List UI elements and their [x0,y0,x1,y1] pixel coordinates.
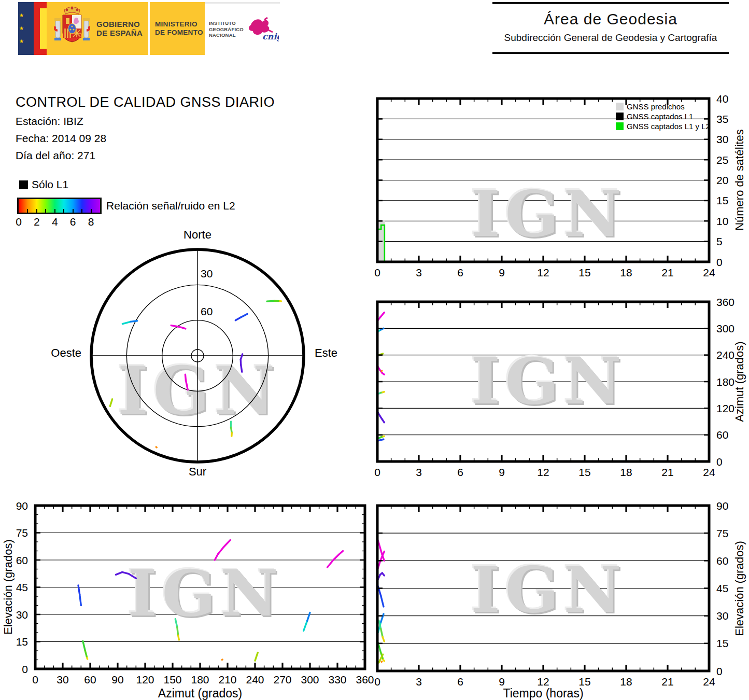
y-tick-label: 10 [716,215,728,227]
colorbar-tick [91,209,92,213]
y-tick-label: 90 [16,500,28,512]
x-tick-label: 15 [578,676,590,688]
area-subtitle: Subdirección General de Geodesia y Carto… [492,32,729,44]
instituto-label-line2: GEOGRÁFICO [209,26,244,33]
sat-violet-east [382,573,384,576]
y-tick-label: 45 [16,581,28,593]
sat-magenta-sw [187,386,188,390]
ign-watermark: IGN [471,176,626,251]
x-tick-label: 24 [703,267,715,278]
ign-watermark: IGN [471,344,626,418]
sat-green-ne-low [383,660,384,661]
ministerio-block: MINISTERIO DE FOMENTO [150,2,205,55]
sat-green-ne-low [87,657,88,659]
x-tick-label: 21 [661,466,673,478]
x-tick-label: 90 [111,674,123,685]
sat-blue-ne [78,585,80,595]
sat-blue-ne [241,314,247,317]
sat-cyan-west [122,321,131,324]
government-banner: ★ ★ ★ [18,2,280,55]
gobierno-label-line1: GOBIERNO [96,20,143,29]
y-tick-label: 15 [16,636,28,648]
sat-yellowgreen-sw [255,653,258,661]
sat-blue-ne [235,317,241,320]
date-line: Fecha: 2014 09 28 [16,132,106,145]
sat-blue-ne [381,596,384,607]
y-tick-label: 30 [716,610,728,622]
solo-l1-swatch [19,180,28,189]
report-title: CONTROL DE CALIDAD GNSS DIARIO [16,94,275,110]
sat-green-south [177,627,178,636]
colorbar-tick [63,209,64,213]
sat-magenta-nw [328,560,333,567]
colorbar-tick-label: 4 [52,216,58,228]
x-tick-label: 180 [191,674,209,685]
sat-green-south [383,392,384,393]
sat-cyan-west [307,613,310,621]
station-line: Estación: IBIZ [16,115,83,128]
sat-green-ne-low [267,301,274,301]
sat-orange-point [381,662,382,662]
sat-green-ne-low [83,641,85,651]
star-icon: ★ [19,13,24,18]
y-tick-label: 60 [716,429,728,441]
sat-magenta-nw [333,555,339,561]
solo-l1-label: Sólo L1 [32,178,68,191]
x-tick-label: 15 [578,267,590,278]
colorbar-tick-label: 0 [16,216,22,228]
snr-colorbar-gradient [17,198,102,214]
x-tick-label: 21 [661,267,673,278]
sat-magenta-sw [223,540,230,548]
spain-flag-yellow-stripe [40,2,47,55]
x-tick-label: 18 [620,267,632,278]
y-tick-label: 90 [716,500,728,512]
y-tick-label: 20 [716,174,728,186]
sat-green-south [381,628,383,637]
doy-line: Día del año: 271 [16,149,95,162]
y-tick-label: 15 [716,637,728,649]
x-tick-label: 18 [620,676,632,688]
colorbar-tick [45,209,46,213]
x-tick-label: 24 [703,466,715,478]
y-tick-label: 180 [716,376,734,388]
sat-magenta-nw [171,326,177,327]
x-tick-label: 15 [578,466,590,478]
cnig-label: cnig [262,32,279,41]
x-tick-label: 0 [32,674,38,685]
x-tick-label: 21 [661,676,673,688]
chart-el-vs-time: IGNIGNIGN036912151821240153045607590 [341,489,749,696]
x-tick-label: 150 [163,674,181,685]
x-tick-label: 12 [537,466,549,478]
sat-cyan-west [304,621,307,631]
ministerio-label-line2: DE FOMENTO [155,29,203,37]
x-tick-label: 6 [457,676,463,688]
x-tick-label: 9 [499,676,505,688]
y-tick-label: 0 [716,665,723,677]
gobierno-label-line2: DE ESPAÑA [96,29,143,37]
sat-blue-ne [80,595,81,606]
x-tick-label: 210 [218,674,236,685]
sat-magenta-nw [380,555,383,561]
y-tick-label: 40 [716,93,728,105]
y-tick-label: 15 [716,194,728,206]
sat-green-south [178,635,179,640]
sat-magenta-nw [182,328,186,329]
y-tick-label: 240 [716,349,734,361]
snr-colorbar-title: Relación señal/ruido en L2 [106,200,235,212]
y-tick-label: 0 [716,256,723,268]
ign-watermark: IGN [471,552,626,627]
y-tick-label: 0 [22,663,28,675]
x-tick-label: 12 [537,267,549,278]
sat-magenta-nw [383,552,384,555]
sat-violet-east [116,572,122,575]
sat-magenta-sw [218,548,223,554]
ign-watermark: IGN [117,352,279,429]
sat-green-south [383,637,384,641]
y-tick-label: 30 [716,133,728,145]
area-title: Área de Geodesia [492,10,729,28]
y-tick-label: 0 [716,456,723,468]
x-tick-label: 18 [620,466,632,478]
x-tick-label: 9 [499,466,505,478]
sat-cyan-west [131,321,137,322]
gobierno-block: GOBIERNO DE ESPAÑA [47,2,148,55]
